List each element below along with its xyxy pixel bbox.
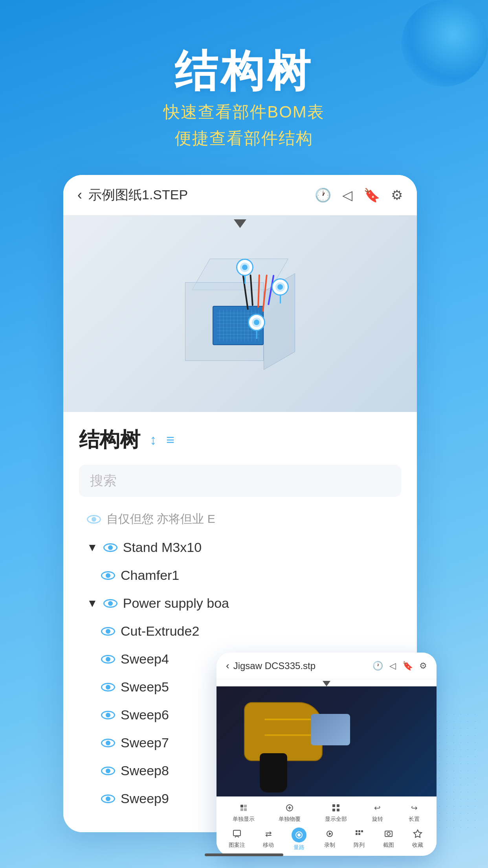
toolbar-btn-rotate[interactable]: ↩ 旋转: [371, 802, 384, 823]
svg-rect-22: [361, 830, 363, 832]
toolbar-btn-favorite[interactable]: 收藏: [411, 828, 424, 851]
move-label: 移动: [263, 842, 274, 849]
subtitle-line2: 便捷查看部件结构: [0, 125, 488, 151]
sweep7-label: Sweep7: [121, 735, 169, 750]
wire-red-2: [262, 275, 268, 312]
svg-point-3: [277, 284, 283, 290]
sec-back-button[interactable]: ‹: [226, 660, 229, 672]
svg-marker-19: [329, 832, 332, 835]
annotation-icon: [231, 828, 243, 840]
share-icon[interactable]: ◁: [342, 187, 352, 203]
toolbar-btn-measure[interactable]: 量路: [292, 828, 306, 851]
tree-title: 结构树: [79, 426, 140, 454]
chamfer-item-label: Chamfer1: [121, 568, 179, 583]
pin-tail-1: [244, 276, 246, 284]
sec-toolbar: 单独显示 单独物覆 显示全部 ↩ 旋转: [216, 796, 437, 856]
single-cover-icon: [283, 802, 296, 814]
svg-point-5: [254, 320, 259, 325]
sec-down-arrow-shape: [323, 681, 330, 686]
cut-extrude-label: Cut-Extrude2: [121, 623, 199, 639]
home-indicator: [205, 853, 283, 856]
rotate-icon: ↩: [371, 802, 384, 814]
tree-expand-icon[interactable]: ↕: [150, 432, 157, 448]
back-button[interactable]: ‹: [77, 187, 82, 203]
svg-rect-24: [358, 833, 360, 835]
sec-down-arrow: [216, 679, 437, 686]
svg-rect-9: [244, 808, 247, 811]
tree-list-icon[interactable]: ≡: [166, 432, 174, 448]
sweep5-label: Sweep5: [121, 679, 169, 695]
record-icon: [323, 828, 336, 840]
tree-item-cut-extrude[interactable]: Cut-Extrude2: [79, 617, 401, 645]
chevron-icon-stand: ▼: [87, 541, 98, 554]
measure-label: 量路: [294, 844, 305, 851]
location-pin-1[interactable]: [236, 259, 253, 284]
drill-front: [311, 714, 350, 745]
header-section: 结构树 快速查看部件BOM表 便捷查看部件结构: [0, 0, 488, 175]
single-cover-label: 单独物覆: [279, 816, 301, 823]
annotation-label: 图案注: [229, 842, 245, 849]
stand-item-label: Stand M3x10: [123, 540, 202, 555]
location-pin-2[interactable]: [272, 278, 289, 303]
sec-toolbar-bottom: 图案注 ⇄ 移动 量路 录制: [220, 828, 433, 851]
drill-detail-2: [264, 734, 312, 736]
favorite-icon: [411, 828, 424, 840]
pin-tail-2: [280, 296, 281, 303]
svg-rect-8: [240, 808, 243, 811]
tree-header: 结构树 ↕ ≡: [79, 426, 401, 454]
toolbar-btn-array[interactable]: 阵列: [353, 828, 365, 851]
pin-icon-3: [248, 314, 265, 331]
eye-icon-sweep8: [101, 767, 115, 775]
settings-icon[interactable]: ⚙: [391, 187, 403, 203]
eye-icon-power: [103, 599, 117, 608]
pin-tail-3: [256, 331, 257, 339]
pin-icon-1: [236, 259, 253, 276]
eye-icon-cut: [101, 627, 115, 636]
eye-icon-faded: [87, 515, 101, 524]
bookmark-icon[interactable]: 🔖: [363, 187, 380, 203]
svg-rect-13: [332, 809, 335, 811]
search-box[interactable]: 搜索: [79, 465, 401, 497]
place-label: 长置: [409, 816, 420, 823]
screenshot-icon: [382, 828, 395, 840]
tree-item-chamfer[interactable]: Chamfer1: [79, 561, 401, 589]
sec-file-name: Jigsaw DCS335.stp: [233, 660, 372, 671]
toolbar-btn-single-show[interactable]: 单独显示: [233, 802, 255, 823]
toolbar-btn-place[interactable]: ↪ 长置: [408, 802, 420, 823]
eye-icon-stand: [103, 543, 117, 552]
eye-icon-sweep4: [101, 655, 115, 664]
location-pin-3[interactable]: [248, 314, 265, 339]
toolbar-btn-move[interactable]: ⇄ 移动: [262, 828, 275, 851]
history-icon[interactable]: 🕐: [315, 187, 331, 203]
toolbar-btn-screenshot[interactable]: 截图: [382, 828, 395, 851]
sweep9-label: Sweep9: [121, 791, 169, 806]
chevron-icon-power: ▼: [87, 597, 98, 610]
toolbar-btn-single-cover[interactable]: 单独物覆: [279, 802, 301, 823]
sec-bookmark-icon[interactable]: 🔖: [402, 661, 413, 671]
tree-item-stand[interactable]: ▼ Stand M3x10: [79, 533, 401, 561]
file-name: 示例图纸1.STEP: [88, 186, 315, 204]
tree-item-powersupply[interactable]: ▼ Power supply boa: [79, 589, 401, 617]
toolbar-btn-annotation[interactable]: 图案注: [229, 828, 245, 851]
sec-share-icon[interactable]: ◁: [389, 661, 396, 671]
svg-point-17: [297, 833, 301, 837]
eye-icon-sweep5: [101, 683, 115, 691]
single-show-icon: [237, 802, 250, 814]
toolbar-btn-show-all[interactable]: 显示全部: [325, 802, 347, 823]
preview-area: [63, 215, 417, 412]
card-container: ‹ 示例图纸1.STEP 🕐 ◁ 🔖 ⚙: [63, 175, 425, 832]
sec-settings-icon[interactable]: ⚙: [419, 661, 427, 671]
sec-preview-area: [216, 686, 437, 796]
tree-item-faded: 自仅但您 亦将但业 E: [79, 505, 401, 533]
sec-history-icon[interactable]: 🕐: [372, 661, 383, 671]
record-label: 录制: [324, 842, 335, 849]
secondary-card: ‹ Jigsaw DCS335.stp 🕐 ◁ 🔖 ⚙: [216, 653, 437, 856]
svg-rect-7: [244, 805, 247, 807]
wire-red-1: [257, 274, 260, 308]
power-item-label: Power supply boa: [123, 596, 229, 611]
eye-icon-sweep9: [101, 794, 115, 803]
toolbar-btn-record[interactable]: 录制: [323, 828, 336, 851]
svg-rect-15: [233, 830, 240, 836]
sweep4-label: Sweep4: [121, 651, 169, 667]
svg-rect-11: [332, 804, 335, 807]
